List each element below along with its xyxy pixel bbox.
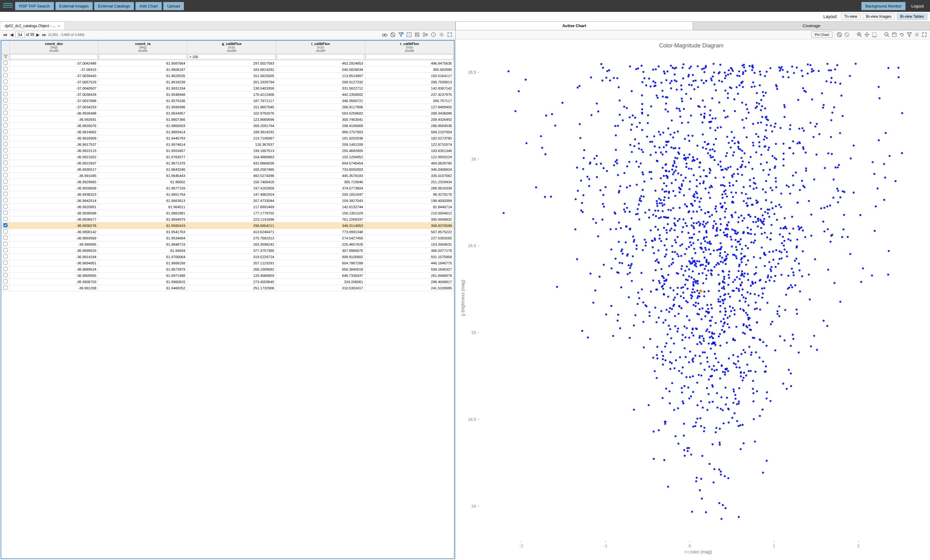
table-row[interactable]: -36.990014261.9541763413.6246471773.0991… (2, 229, 454, 235)
tab-active-chart[interactable]: Active Chart (456, 21, 693, 30)
filter-off-icon[interactable] (844, 32, 850, 38)
column-header[interactable]: r_calibFlux(nJy)double (365, 41, 454, 54)
tab-coverage[interactable]: Coverage (693, 21, 930, 30)
table-row[interactable]: -37.003788861.9579106187.7871117346.3569… (2, 98, 454, 104)
table-row[interactable]: -36.992165261.9763577154.4880863102.1204… (2, 154, 454, 160)
table-row[interactable]: -36.992269761.9671378432.8866036694.5746… (2, 160, 454, 166)
first-page-icon[interactable]: ⏮ (3, 32, 8, 38)
row-checkbox[interactable] (3, 217, 8, 221)
row-checkbox[interactable] (3, 180, 8, 184)
table-tab[interactable]: dp02_dc2_catalogs.Object - ... × (0, 21, 65, 30)
row-checkbox[interactable] (3, 229, 8, 233)
nav-add-chart[interactable]: Add Chart (135, 2, 162, 10)
table-row[interactable]: -36.990995561.9971498126.4088859648.7335… (2, 273, 454, 279)
row-checkbox[interactable] (3, 211, 8, 215)
table-row[interactable]: -36.99104561.9645443492.5274396445.35781… (2, 173, 454, 179)
add-column-icon[interactable] (422, 32, 428, 38)
row-checkbox[interactable] (3, 80, 8, 84)
row-checkbox[interactable] (3, 98, 8, 103)
column-header[interactable]: i_calibFlux(nJy)double (276, 41, 365, 54)
row-checkbox[interactable] (3, 173, 8, 177)
row-checkbox[interactable] (3, 161, 8, 165)
logout-link[interactable]: Logout (907, 4, 928, 8)
layout-triview[interactable]: Tri-view (841, 13, 861, 20)
table-row[interactable]: -36.99269161.9807366123.8665696300.74630… (2, 117, 454, 123)
row-checkbox[interactable] (3, 61, 8, 65)
filter-input[interactable] (10, 54, 97, 59)
zoom-reset-icon[interactable]: 1 (884, 32, 890, 38)
table-row[interactable]: -37.003425361.9599396151.9657045266.9117… (2, 104, 454, 110)
table-row[interactable]: -36.992312361.9553457199.1807513255.4682… (2, 148, 454, 154)
row-checkbox[interactable] (3, 273, 8, 277)
table-row[interactable]: -36.993027661.9565419290.8904211348.3114… (2, 222, 454, 229)
table-row[interactable]: -37.005752961.9618238201.3329794268.9127… (2, 79, 454, 85)
nav-external-catalogs[interactable]: External Catalogs (94, 2, 134, 10)
table-row[interactable]: -36.989356961.9534084275.7682313274.5427… (2, 235, 454, 241)
column-header[interactable]: coord_ra(deg)double (99, 41, 187, 54)
info-icon[interactable]: i (430, 32, 437, 38)
row-checkbox[interactable] (3, 104, 8, 109)
nav-rsp-tap-search[interactable]: RSP TAP Search (15, 2, 54, 10)
filter-icon[interactable] (3, 54, 8, 59)
row-checkbox[interactable] (3, 204, 8, 209)
row-checkbox[interactable] (3, 267, 8, 271)
row-checkbox[interactable] (3, 255, 8, 258)
table-row[interactable]: -36.990870361.9960615273.4559645324.2060… (2, 279, 454, 285)
row-checkbox[interactable] (3, 223, 8, 227)
row-checkbox[interactable] (3, 198, 8, 202)
save-icon[interactable] (414, 32, 420, 38)
row-checkbox[interactable] (3, 148, 8, 152)
filter-on-icon[interactable] (836, 32, 842, 38)
table-row[interactable]: -37.0041561.9606187183.8814282540.582603… (2, 66, 454, 73)
chart-area[interactable]: Color-Magnitude Diagram -2-10122424.5252… (456, 39, 930, 560)
row-checkbox[interactable] (3, 192, 8, 196)
table-row[interactable]: -36.989903361.94504377.3757385307.898007… (2, 247, 454, 254)
row-checkbox[interactable] (3, 92, 8, 96)
undo-icon[interactable] (899, 32, 905, 38)
chart-filter-icon[interactable] (906, 32, 913, 38)
layout-biview-images[interactable]: Bi-view Images (862, 13, 895, 20)
row-checkbox[interactable] (3, 242, 8, 246)
table-row[interactable]: -36.992095161.964511117.6891469142.61327… (2, 204, 454, 210)
filter-badge-icon[interactable]: 1 (398, 32, 404, 38)
gear-icon[interactable] (439, 32, 445, 38)
table-row[interactable]: -36.988952461.9673979200.1009082656.3845… (2, 266, 454, 273)
expand-icon[interactable] (447, 32, 453, 38)
row-checkbox[interactable] (3, 236, 8, 240)
row-checkbox[interactable] (3, 155, 8, 159)
table-row[interactable]: -36.991690961.9445783219.7106967181.9202… (2, 135, 454, 141)
row-checkbox[interactable] (3, 111, 8, 115)
background-monitor-button[interactable]: Background Monitor (861, 2, 905, 10)
row-checkbox[interactable] (3, 117, 8, 121)
row-checkbox[interactable] (3, 285, 8, 290)
table-row[interactable]: -36.989495161.9666258207.1123291604.7867… (2, 260, 454, 266)
column-header[interactable]: g_calibFlux(nJy)double (187, 41, 276, 54)
table-row[interactable]: -36.991480261.9883414188.3814292986.2757… (2, 129, 454, 135)
table-row[interactable]: -37.004248661.9587664297.0027583482.2924… (2, 60, 454, 66)
row-checkbox[interactable] (3, 261, 8, 265)
row-checkbox[interactable] (3, 279, 8, 284)
chart-save-icon[interactable] (891, 32, 898, 38)
table-row[interactable]: -37.004050761.9931334138.5403358331.5822… (2, 85, 454, 92)
select-box-icon[interactable] (871, 32, 878, 38)
table-row[interactable]: -36.993551761.9643246160.2567485733.6092… (2, 166, 454, 173)
filter-input[interactable] (277, 54, 364, 59)
nav-upload[interactable]: Upload (163, 2, 184, 10)
row-checkbox[interactable] (3, 123, 8, 127)
table-row[interactable]: -36.993832361.9651764147.4862554205.1651… (2, 191, 454, 198)
close-icon[interactable]: × (57, 23, 60, 28)
page-input[interactable] (15, 32, 25, 38)
row-checkbox[interactable] (3, 142, 8, 146)
table-row[interactable]: -36.992665861.9677159197.4182958374.5773… (2, 185, 454, 191)
zoom-in-icon[interactable] (856, 32, 862, 38)
table-row[interactable]: -36.99120861.9468252251.1732908310.53024… (2, 285, 454, 291)
table-row[interactable]: -36.993657761.9694079223.1141896761.2268… (2, 216, 454, 222)
column-header[interactable]: coord_dec(deg)double (10, 41, 99, 54)
pan-icon[interactable] (864, 32, 870, 38)
next-page-icon[interactable]: ▶ (35, 32, 40, 38)
row-checkbox[interactable] (3, 167, 8, 171)
text-view-icon[interactable]: T (406, 32, 412, 38)
row-checkbox[interactable] (3, 130, 8, 133)
row-checkbox[interactable] (3, 186, 8, 190)
table-row[interactable]: -37.003842861.9548948176.4212406442.2350… (2, 92, 454, 98)
